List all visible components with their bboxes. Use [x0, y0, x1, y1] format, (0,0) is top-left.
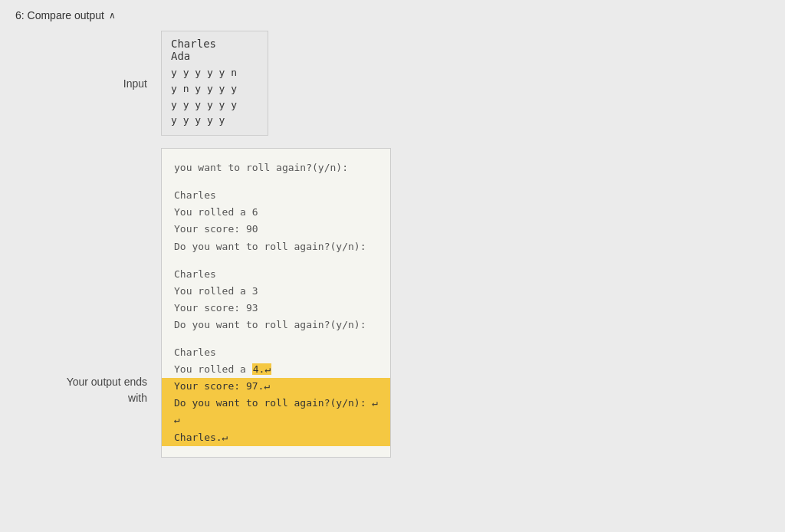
input-name2: Ada: [171, 50, 258, 62]
output-line-score-90: Your score: 90: [174, 221, 378, 238]
output-line-doroll-2: Do you want to roll again?(y/n):: [174, 317, 378, 333]
output-line-score-97-highlighted: Your score: 97.↵: [162, 378, 390, 395]
output-line-doroll-highlighted: Do you want to roll again?(y/n): ↵: [162, 395, 390, 412]
output-line-charles-2: Charles: [174, 266, 378, 283]
matrix-row-4: y y y y y: [171, 113, 258, 129]
output-line-charles-1: Charles: [174, 187, 378, 204]
output-line-charles-3: Charles: [174, 344, 378, 361]
output-line-score-93: Your score: 93: [174, 300, 378, 317]
output-ends-label: Your output endswith: [67, 374, 147, 406]
section-header: 6: Compare output ∧: [0, 0, 785, 31]
output-box: you want to roll again?(y/n): Charles Yo…: [161, 148, 391, 457]
chevron-icon[interactable]: ∧: [109, 10, 116, 21]
input-matrix: y y y y y n y n y y y y y y y y y y y y …: [171, 65, 258, 129]
output-line-newline-highlighted: ↵: [162, 412, 390, 429]
matrix-row-2: y n y y y y: [171, 81, 258, 97]
input-name1: Charles: [171, 38, 258, 50]
output-line-doroll-1: Do you want to roll again?(y/n):: [174, 238, 378, 255]
matrix-row-3: y y y y y y: [171, 97, 258, 113]
output-section-3: Charles You rolled a 4.↵ Your score: 97.…: [174, 344, 378, 446]
highlight-rolled-4: 4.↵: [252, 363, 271, 375]
output-line: you want to roll again?(y/n):: [174, 159, 378, 176]
output-line-rolled-6: You rolled a 6: [174, 204, 378, 221]
output-section-2: Charles You rolled a 3 Your score: 93 Do…: [174, 266, 378, 333]
output-line-rolled-3: You rolled a 3: [174, 283, 378, 300]
output-line-rolled-4-highlighted: You rolled a 4.↵: [174, 361, 378, 378]
page-container: 6: Compare output ∧ Input Charles Ada y …: [0, 0, 785, 532]
output-line-charles-end-highlighted: Charles.↵: [162, 429, 390, 446]
input-box: Charles Ada y y y y y n y n y y y y y y …: [161, 31, 268, 136]
matrix-row-1: y y y y y n: [171, 65, 258, 81]
input-label: Input: [123, 77, 147, 90]
output-section-1: Charles You rolled a 6 Your score: 90 Do…: [174, 187, 378, 255]
output-section-0: you want to roll again?(y/n):: [174, 159, 378, 176]
section-title: 6: Compare output: [15, 9, 104, 21]
